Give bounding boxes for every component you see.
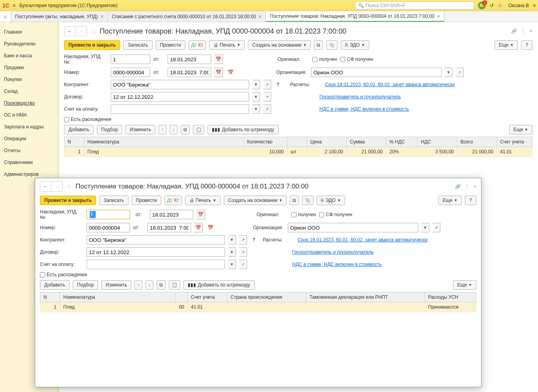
cell-qty[interactable]: 10,000 [244,147,287,157]
cell-vatpct[interactable]: 20% [386,147,418,157]
sidebar-item-warehouse[interactable]: Склад [0,85,58,97]
ov-col-n[interactable]: N [40,292,60,302]
bill-input[interactable] [111,104,249,114]
ov-cell-item[interactable]: Плед [60,302,176,312]
ov-bill-open-icon[interactable]: ↗ [239,260,247,269]
ov-col-acct[interactable]: Счет учета [188,292,227,302]
sidebar-item-assets[interactable]: ОС и НМА [0,109,58,121]
col-price[interactable]: Цена [307,137,347,147]
ov-cell-n[interactable]: 1 [40,302,60,312]
contractor-input[interactable] [111,80,249,89]
ov-col-usn[interactable]: Расходы УСН [425,292,476,302]
overlay-attach-icon[interactable]: 📎 [302,196,313,205]
sidebar-item-bank[interactable]: Банк и касса [0,50,58,62]
overlay-link-icon[interactable]: 🔗 [455,184,461,189]
vat-link[interactable]: НДС в сумме, НДС включен в стоимость [319,106,409,112]
contract-dropdown-icon[interactable]: ▼ [252,92,260,102]
calendar-add-icon[interactable]: 📅 [228,70,234,75]
datetime-picker-icon[interactable]: 📅 [214,68,223,77]
received-checkbox[interactable]: получен [312,57,337,62]
ov-contractor-open-icon[interactable]: ↗ [239,235,247,245]
org-input[interactable] [311,68,442,77]
hamburger-icon[interactable]: ≡ [13,3,15,8]
discrepancy-checkbox[interactable]: Есть расхождения [64,117,111,122]
ov-number-input[interactable] [87,223,130,232]
star-icon[interactable]: ☆ [498,3,502,8]
sidebar-item-reports[interactable]: Отчеты [0,145,58,156]
ov-date-picker-icon[interactable]: 📅 [196,210,205,219]
ov-org-dropdown-icon[interactable]: ▼ [421,223,429,232]
create-based-button[interactable]: Создать на основании ▼ [248,40,311,50]
structure-icon[interactable]: ⧉ [314,40,323,50]
ov-contract-dropdown-icon[interactable]: ▼ [228,247,236,257]
tab-2[interactable]: Поступление товаров: Накладная, УПД 0000… [266,11,444,22]
cell-unit[interactable]: шт [287,147,307,157]
org-open-icon[interactable]: ↗ [456,68,464,77]
copy-icon[interactable]: ⧉ [181,125,190,134]
overlay-save-button[interactable]: Записать [99,196,128,205]
sf-received-checkbox[interactable]: СФ получен [340,57,373,62]
cell-sum[interactable]: 21 000,00 [347,147,386,157]
cell-vat[interactable]: 3 500,00 [418,147,457,157]
ov-number-datetime-input[interactable] [147,223,191,232]
close-icon[interactable]: × [437,13,440,19]
move-up-icon[interactable]: ↑ [159,125,166,134]
ov-add-row-button[interactable]: Добавить [40,280,70,290]
barcode-button[interactable]: ▮▮▮ Добавить по штрихкоду [208,125,278,134]
overlay-post-button[interactable]: Провести [132,196,161,205]
close-doc-icon[interactable]: × [530,28,532,34]
ov-calendar-add-icon[interactable]: 📅 [208,225,213,230]
cell-total[interactable]: 21 000,00 [457,147,497,157]
sidebar-item-catalogs[interactable]: Справочники [0,156,58,168]
more-icon[interactable]: ⋮ [521,28,526,34]
global-search[interactable]: 🔍 Поиск Ctrl+Shift+F [355,2,474,9]
post-and-close-button[interactable]: Провести и закрыть [64,40,120,50]
save-button[interactable]: Записать [123,40,152,50]
cell-item[interactable]: Плед [84,147,244,157]
post-button[interactable]: Провести [156,40,185,50]
cell-acct[interactable]: 41.01 [497,147,532,157]
home-tab[interactable]: ⌂ [0,11,11,22]
number-input[interactable] [111,68,150,77]
back-button[interactable]: ← [64,26,76,36]
ov-bill-input[interactable] [87,260,225,269]
ov-move-down-icon[interactable]: ↓ [145,280,153,290]
edo-button[interactable]: ⎘ ЭДО ▼ [341,40,369,50]
col-item[interactable]: Номенклатура [84,137,244,147]
cell-price[interactable]: 2 100,00 [307,147,347,157]
ov-org-open-icon[interactable]: ↗ [432,223,440,232]
contract-input[interactable] [111,92,249,102]
overlay-post-and-close-button[interactable]: Провести и закрыть [40,196,96,205]
ov-edit-row-button[interactable]: Изменить [101,280,131,290]
overlay-back-button[interactable]: ← [40,182,51,191]
calc-link[interactable]: Срок 18.01.2023, 60.01, 60.02, зачет ава… [325,82,455,87]
bill-open-icon[interactable]: ↗ [263,104,271,114]
date-picker-icon[interactable]: 📅 [214,55,223,64]
tab-1[interactable]: Списание с расчетного счета 0000-000010 … [108,11,266,22]
sidebar-item-salary[interactable]: Зарплата и кадры [0,121,58,133]
bill-dropdown-icon[interactable]: ▼ [252,104,260,114]
settings-icon[interactable]: ≡ [533,3,536,8]
ov-discrepancy-checkbox[interactable]: Есть расхождения [40,272,87,277]
ov-sf-received-checkbox[interactable]: СФ получен [319,212,352,217]
col-vatpct[interactable]: % НДС [386,137,418,147]
col-total[interactable]: Всего [457,137,497,147]
col-sum[interactable]: Сумма [347,137,386,147]
sidebar-item-main[interactable]: Главное [0,26,58,38]
paste-icon[interactable]: 📋 [193,125,204,134]
ov-col-country[interactable]: Страна происхождения [227,292,306,302]
ov-cell-country[interactable] [227,302,306,312]
ov-cell-decl[interactable] [306,302,425,312]
cell-n[interactable]: 1 [64,147,84,157]
contractor-help-icon[interactable]: ? [274,82,281,87]
ov-pick-button[interactable]: Подбор [73,280,98,290]
ov-copy-icon[interactable]: ⧉ [157,280,166,290]
ov-datetime-picker-icon[interactable]: 📅 [194,223,203,232]
ov-barcode-button[interactable]: ▮▮▮ Добавить по штрихкоду [183,280,254,290]
sidebar-item-purchases[interactable]: Покупки [0,74,58,85]
history-icon[interactable]: ↺ [490,3,494,8]
sidebar-item-production[interactable]: Производство [0,97,58,109]
dtkt-icon[interactable]: ДтКт [189,40,206,50]
ov-contractor-input[interactable] [87,235,225,245]
ov-invoice-date-input[interactable] [150,210,193,219]
